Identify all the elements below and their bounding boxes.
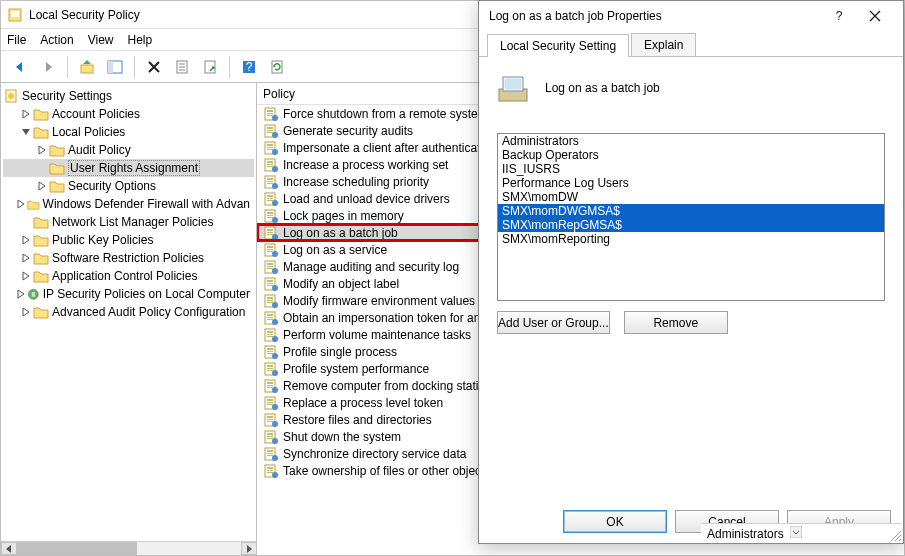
tree-item[interactable]: Windows Defender Firewall with Advan — [3, 195, 254, 213]
svg-text:?: ? — [836, 10, 843, 22]
tree-item[interactable]: User Rights Assignment — [3, 159, 254, 177]
user-name: Backup Operators — [502, 148, 599, 162]
svg-point-61 — [272, 251, 278, 257]
tree-item[interactable]: Security Options — [3, 177, 254, 195]
svg-rect-100 — [267, 387, 273, 388]
svg-rect-125 — [267, 472, 273, 473]
user-list-item[interactable]: Backup Operators — [498, 148, 884, 162]
policy-name: Log on as a batch job — [545, 81, 660, 95]
user-list-item[interactable]: IIS_IUSRS — [498, 162, 884, 176]
svg-rect-50 — [267, 217, 273, 218]
tree-root[interactable]: Security Settings — [3, 87, 254, 105]
tree-item-label: Local Policies — [52, 125, 125, 139]
delete-button[interactable] — [141, 54, 167, 80]
policy-root-icon — [3, 88, 19, 104]
scroll-track[interactable] — [17, 542, 241, 555]
user-listbox[interactable]: AdministratorsBackup OperatorsIIS_IUSRSP… — [497, 133, 885, 301]
menu-view[interactable]: View — [88, 33, 114, 47]
tree-item[interactable]: Network List Manager Policies — [3, 213, 254, 231]
forward-button[interactable] — [35, 54, 61, 80]
tree-item[interactable]: Audit Policy — [3, 141, 254, 159]
resize-grip-icon[interactable] — [887, 527, 901, 541]
twisty-icon[interactable] — [19, 305, 33, 319]
scroll-thumb[interactable] — [17, 542, 137, 555]
policy-item-icon — [263, 429, 279, 445]
tab-local-security-setting[interactable]: Local Security Setting — [487, 34, 629, 57]
policy-item-icon — [263, 361, 279, 377]
policy-item-label: Load and unload device drivers — [283, 192, 450, 206]
twisty-icon[interactable] — [19, 269, 33, 283]
user-list-item[interactable]: SMX\momDW — [498, 190, 884, 204]
scroll-left-button[interactable] — [1, 542, 17, 555]
twisty-icon[interactable] — [19, 107, 33, 121]
dialog-close-button[interactable] — [857, 2, 893, 30]
refresh-button[interactable] — [264, 54, 290, 80]
tree-item[interactable]: Local Policies — [3, 123, 254, 141]
status-dropdown-icon[interactable] — [790, 526, 802, 541]
svg-point-21 — [272, 115, 278, 121]
svg-point-31 — [272, 149, 278, 155]
svg-text:?: ? — [246, 60, 253, 74]
menu-help[interactable]: Help — [128, 33, 153, 47]
ok-button[interactable]: OK — [563, 510, 667, 533]
policy-item-icon — [263, 412, 279, 428]
back-button[interactable] — [7, 54, 33, 80]
show-hide-tree-button[interactable] — [102, 54, 128, 80]
policy-item-label: Replace a process level token — [283, 396, 443, 410]
svg-rect-88 — [267, 348, 273, 350]
menu-file[interactable]: File — [7, 33, 26, 47]
add-user-button[interactable]: Add User or Group... — [497, 311, 610, 334]
twisty-icon[interactable] — [19, 233, 33, 247]
policy-item-icon — [263, 140, 279, 156]
tree-item-label: Public Key Policies — [52, 233, 153, 247]
svg-rect-58 — [267, 246, 273, 248]
properties-button[interactable] — [169, 54, 195, 80]
svg-rect-85 — [267, 336, 273, 337]
svg-point-81 — [272, 319, 278, 325]
tree-item[interactable]: Public Key Policies — [3, 231, 254, 249]
tree-item[interactable]: Advanced Audit Policy Configuration — [3, 303, 254, 321]
twisty-icon[interactable] — [35, 179, 49, 193]
svg-rect-49 — [267, 215, 273, 216]
policy-item-icon — [263, 446, 279, 462]
user-name: SMX\momDW — [502, 190, 578, 204]
tree-item[interactable]: Application Control Policies — [3, 267, 254, 285]
menu-action[interactable]: Action — [40, 33, 73, 47]
twisty-icon[interactable] — [35, 143, 49, 157]
dialog-action-row: Add User or Group... Remove — [497, 311, 885, 334]
scroll-right-button[interactable] — [241, 542, 257, 555]
user-list-item[interactable]: Performance Log Users — [498, 176, 884, 190]
svg-point-91 — [272, 353, 278, 359]
svg-rect-78 — [267, 314, 273, 316]
tree-item[interactable]: Software Restriction Policies — [3, 249, 254, 267]
user-list-item[interactable]: Administrators — [498, 134, 884, 148]
horizontal-scrollbar[interactable] — [1, 541, 257, 555]
tree-item-label: Application Control Policies — [52, 269, 197, 283]
user-list-item[interactable]: SMX\momReporting — [498, 232, 884, 246]
policy-item-label: Increase a process working set — [283, 158, 448, 172]
svg-rect-60 — [267, 251, 273, 252]
dialog-titlebar: Log on as a batch job Properties ? — [479, 1, 903, 31]
twisty-icon[interactable] — [16, 197, 27, 211]
up-button[interactable] — [74, 54, 100, 80]
twisty-icon[interactable] — [19, 125, 33, 139]
tab-explain[interactable]: Explain — [631, 33, 696, 56]
dialog-help-button[interactable]: ? — [821, 2, 857, 30]
svg-rect-110 — [267, 421, 273, 422]
twisty-icon[interactable] — [19, 251, 33, 265]
tree[interactable]: Security Settings Account PoliciesLocal … — [1, 83, 256, 325]
svg-rect-99 — [267, 385, 273, 386]
tree-item[interactable]: IP Security Policies on Local Computer — [3, 285, 254, 303]
svg-point-71 — [272, 285, 278, 291]
folder-icon — [33, 106, 49, 122]
user-list-item[interactable]: SMX\momRepGMSA$ — [498, 218, 884, 232]
svg-rect-40 — [267, 183, 273, 184]
export-button[interactable] — [197, 54, 223, 80]
tree-item[interactable]: Account Policies — [3, 105, 254, 123]
remove-button[interactable]: Remove — [624, 311, 728, 334]
help-button[interactable]: ? — [236, 54, 262, 80]
svg-rect-25 — [267, 132, 273, 133]
policy-item-label: Shut down the system — [283, 430, 401, 444]
twisty-icon[interactable] — [16, 287, 27, 301]
user-list-item[interactable]: SMX\momDWGMSA$ — [498, 204, 884, 218]
